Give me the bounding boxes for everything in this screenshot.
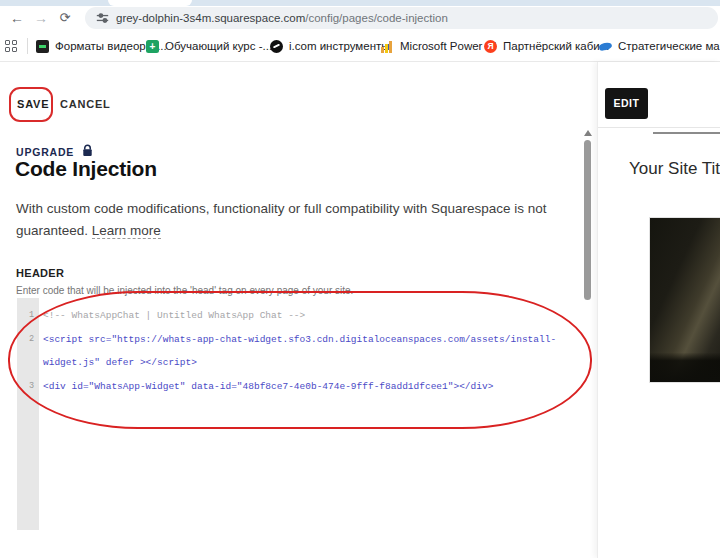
back-icon[interactable]: ← (7, 6, 27, 30)
code-injection-page: SAVE CANCEL UPGRADE Code Injection With … (0, 62, 720, 558)
bookmark-power-bi[interactable]: Microsoft Power BI (381, 37, 497, 55)
settings-panel: SAVE CANCEL UPGRADE Code Injection With … (0, 62, 597, 558)
bookmark-label: i.com инструменты (289, 40, 390, 52)
bookmark-partnerskiy-kabinet[interactable]: Я Партнёрский каби... (484, 37, 609, 55)
browser-window: ← → ⟳ grey-dolphin-3s4m.squarespace.com/… (0, 0, 720, 558)
url-text: grey-dolphin-3s4m.squarespace.com/config… (116, 7, 448, 29)
line-number: 3 (17, 375, 39, 399)
header-section-hint: Enter code that will be injected into th… (16, 285, 353, 296)
reload-icon[interactable]: ⟳ (55, 6, 75, 30)
line-number: 1 (17, 304, 39, 328)
apps-grid-icon[interactable] (5, 40, 18, 53)
bookmark-label: Стратегические ма... (618, 40, 720, 52)
header-code-editor[interactable]: 1 <!-- WhatsAppChat | Untitled WhatsApp … (17, 298, 583, 530)
page-title: Code Injection (15, 157, 157, 181)
site-title: Your Site Title (629, 159, 720, 179)
yandex-icon: Я (484, 40, 497, 53)
video-thumbnail-icon (36, 40, 49, 53)
bookmarks-divider (27, 38, 28, 54)
bookmarks-bar: Форматы видеорек... + Обучающий курс -..… (0, 30, 720, 62)
code-text-comment: <!-- WhatsAppChat | Untitled WhatsApp Ch… (39, 304, 583, 328)
line-number: 2 (17, 328, 39, 375)
code-line: 1 <!-- WhatsAppChat | Untitled WhatsApp … (17, 304, 583, 328)
bookmark-icom-instrumenty[interactable]: i.com инструменты (270, 37, 390, 55)
address-bar[interactable]: grey-dolphin-3s4m.squarespace.com/config… (85, 7, 718, 29)
site-preview-panel: EDIT Your Site Title (597, 62, 720, 558)
scrollbar-up-arrow-icon[interactable] (584, 130, 592, 136)
bookmark-label: Партнёрский каби... (503, 40, 609, 52)
bookmark-strategicheskie[interactable]: Стратегические ма... (599, 37, 720, 55)
blue-swoosh-icon (599, 40, 612, 53)
code-text: <script src="https://whats-app-chat-widg… (39, 328, 583, 375)
google-sheets-icon: + (146, 40, 159, 53)
scrollbar-thumb[interactable] (584, 140, 591, 300)
code-line: 2 <script src="https://whats-app-chat-wi… (17, 328, 583, 375)
globe-icon (270, 40, 283, 53)
bookmark-label: Microsoft Power BI (400, 40, 497, 52)
learn-more-link[interactable]: Learn more (92, 223, 161, 239)
bookmark-label: Обучающий курс -... (165, 40, 272, 52)
cancel-button[interactable]: CANCEL (60, 98, 111, 110)
save-button[interactable]: SAVE (17, 98, 49, 110)
url-domain: grey-dolphin-3s4m.squarespace.com (116, 12, 305, 24)
preview-divider (598, 127, 720, 128)
bookmark-obuchayushchiy-kurs[interactable]: + Обучающий курс -... (146, 37, 272, 55)
code-text: <div id="WhatsApp-Widget" data-id="48bf8… (39, 375, 583, 399)
edit-button[interactable]: EDIT (605, 88, 648, 119)
preview-frame-top-border (653, 132, 720, 134)
forward-icon[interactable]: → (31, 6, 51, 30)
site-settings-icon[interactable] (96, 12, 109, 24)
description-text: With custom code modifications, function… (16, 198, 568, 241)
url-path: /config/pages/code-injection (305, 12, 448, 24)
browser-toolbar: ← → ⟳ grey-dolphin-3s4m.squarespace.com/… (0, 6, 720, 30)
header-section-label: HEADER (16, 267, 64, 279)
powerbi-icon (381, 40, 394, 53)
code-line: 3 <div id="WhatsApp-Widget" data-id="48b… (17, 375, 583, 399)
site-hero-image (649, 217, 720, 383)
